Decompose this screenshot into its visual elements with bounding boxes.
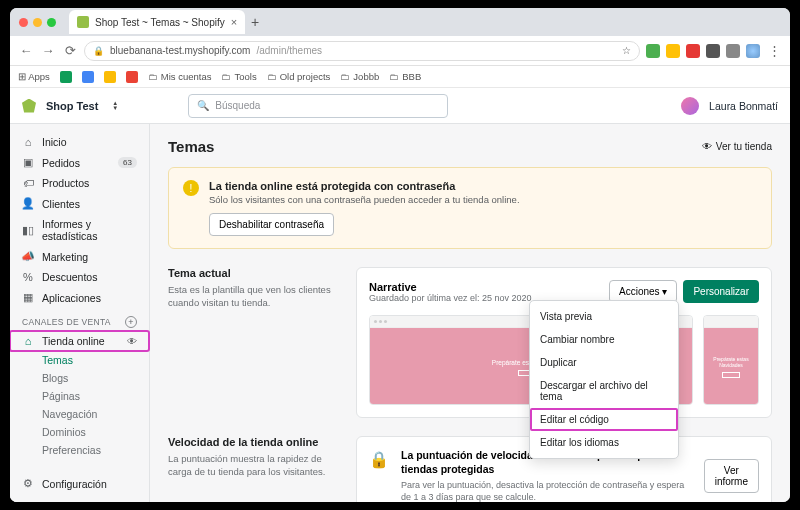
profile-avatar-icon[interactable] [746, 44, 760, 58]
extension-icon[interactable] [686, 44, 700, 58]
user-name[interactable]: Laura Bonmatí [709, 100, 778, 112]
window-controls[interactable] [10, 12, 65, 33]
extension-icon[interactable] [666, 44, 680, 58]
minimize-window-icon[interactable] [33, 18, 42, 27]
mobile-preview: Prepárate estas Navidades [703, 315, 759, 405]
dropdown-edit-code[interactable]: Editar el código [530, 408, 678, 431]
extensions: ⋮ [646, 43, 782, 58]
speed-heading: Velocidad de la tienda online [168, 436, 338, 448]
tab-title: Shop Test ~ Temas ~ Shopify [95, 17, 225, 28]
person-icon: 👤 [22, 197, 34, 210]
bookmark-icon[interactable] [60, 71, 72, 83]
subnav-pages[interactable]: Páginas [42, 387, 149, 405]
sidebar-channels-header: CANALES DE VENTA + [10, 308, 149, 331]
search-placeholder: Búsqueda [215, 100, 260, 111]
bookmark-folder[interactable]: 🗀Jobbb [340, 71, 379, 82]
dropdown-download-theme[interactable]: Descargar el archivo del tema [530, 374, 678, 408]
shopify-admin: Shop Test ▲▼ 🔍 Búsqueda Laura Bonmatí ⌂I… [10, 88, 790, 502]
discount-icon: % [22, 271, 34, 283]
speed-desc: La puntuación muestra la rapidez de carg… [168, 452, 338, 479]
theme-card: Narrative Guardado por última vez el: 25… [356, 267, 772, 418]
apps-icon: ▦ [22, 291, 34, 304]
theme-saved: Guardado por última vez el: 25 nov 2020 [369, 293, 532, 303]
avatar[interactable] [681, 97, 699, 115]
maximize-window-icon[interactable] [47, 18, 56, 27]
lock-icon: 🔒 [93, 46, 104, 56]
home-icon: ⌂ [22, 136, 34, 148]
sidebar-item-analytics[interactable]: ▮▯Informes y estadísticas [10, 214, 149, 246]
back-icon[interactable]: ← [18, 43, 34, 58]
orders-icon: ▣ [22, 156, 34, 169]
sidebar-item-products[interactable]: 🏷Productos [10, 173, 149, 193]
sidebar-item-home[interactable]: ⌂Inicio [10, 132, 149, 152]
add-channel-button[interactable]: + [125, 316, 137, 328]
theme-name: Narrative [369, 281, 532, 293]
disable-password-button[interactable]: Deshabilitar contraseña [209, 213, 334, 236]
actions-dropdown: Vista previa Cambiar nombre Duplicar Des… [529, 300, 679, 459]
address-bar[interactable]: 🔒 bluebanana-test.myshopify.com/admin/th… [84, 41, 640, 61]
new-tab-button[interactable]: + [245, 14, 265, 30]
current-theme-desc: Esta es la plantilla que ven los cliente… [168, 283, 338, 310]
dropdown-rename[interactable]: Cambiar nombre [530, 328, 678, 351]
star-icon[interactable]: ☆ [622, 45, 631, 56]
eye-icon[interactable]: 👁 [127, 336, 137, 347]
extension-icon[interactable] [726, 44, 740, 58]
lock-icon: 🔒 [369, 449, 389, 469]
bookmark-icon[interactable] [82, 71, 94, 83]
sidebar-item-online-store[interactable]: ⌂ Tienda online 👁 [10, 331, 149, 351]
bookmark-icon[interactable] [104, 71, 116, 83]
browser-window: Shop Test ~ Temas ~ Shopify × + ← → ⟳ 🔒 … [10, 8, 790, 502]
tab-close-icon[interactable]: × [231, 16, 237, 28]
orders-badge: 63 [118, 157, 137, 168]
analytics-icon: ▮▯ [22, 224, 34, 237]
store-switcher-icon[interactable]: ▲▼ [112, 101, 118, 111]
banner-title: La tienda online está protegida con cont… [209, 180, 520, 192]
shopify-favicon-icon [77, 16, 89, 28]
dropdown-duplicate[interactable]: Duplicar [530, 351, 678, 374]
browser-tabstrip: Shop Test ~ Temas ~ Shopify × + [10, 8, 790, 36]
extension-icon[interactable] [646, 44, 660, 58]
sidebar-item-marketing[interactable]: 📣Marketing [10, 246, 149, 267]
warning-icon: ! [183, 180, 199, 196]
bookmark-folder[interactable]: 🗀Old projects [267, 71, 331, 82]
sidebar-item-customers[interactable]: 👤Clientes [10, 193, 149, 214]
view-report-button[interactable]: Ver informe [704, 459, 759, 493]
bookmark-folder[interactable]: 🗀BBB [389, 71, 421, 82]
apps-button[interactable]: ⊞ Apps [18, 71, 50, 82]
customize-button[interactable]: Personalizar [683, 280, 759, 303]
shopify-logo-icon [22, 99, 36, 113]
browser-tab[interactable]: Shop Test ~ Temas ~ Shopify × [69, 10, 245, 34]
search-icon: 🔍 [197, 100, 209, 111]
megaphone-icon: 📣 [22, 250, 34, 263]
subnav-preferences[interactable]: Preferencias [42, 441, 149, 459]
bookmark-folder[interactable]: 🗀Mis cuentas [148, 71, 212, 82]
reload-icon[interactable]: ⟳ [62, 43, 78, 58]
subnav-domains[interactable]: Dominios [42, 423, 149, 441]
dropdown-preview[interactable]: Vista previa [530, 305, 678, 328]
shop-name[interactable]: Shop Test [46, 100, 98, 112]
sidebar-item-settings[interactable]: ⚙Configuración [10, 473, 149, 494]
store-icon: ⌂ [22, 335, 34, 347]
subnav-navigation[interactable]: Navegación [42, 405, 149, 423]
online-store-subnav: Temas Blogs Páginas Navegación Dominios … [10, 351, 149, 459]
close-window-icon[interactable] [19, 18, 28, 27]
subnav-blogs[interactable]: Blogs [42, 369, 149, 387]
sidebar-item-orders[interactable]: ▣Pedidos63 [10, 152, 149, 173]
sidebar-item-discounts[interactable]: %Descuentos [10, 267, 149, 287]
banner-body: Sólo los visitantes con una contraseña p… [209, 194, 520, 205]
sidebar-item-apps[interactable]: ▦Aplicaciones [10, 287, 149, 308]
current-theme-heading: Tema actual [168, 267, 338, 279]
subnav-themes[interactable]: Temas [42, 351, 149, 369]
bookmark-icon[interactable] [126, 71, 138, 83]
bookmark-folder[interactable]: 🗀Tools [221, 71, 256, 82]
search-input[interactable]: 🔍 Búsqueda [188, 94, 448, 118]
forward-icon[interactable]: → [40, 43, 56, 58]
view-store-link[interactable]: 👁Ver tu tienda [702, 141, 772, 152]
kebab-menu-icon[interactable]: ⋮ [766, 43, 782, 58]
eye-icon: 👁 [702, 141, 712, 152]
url-host: bluebanana-test.myshopify.com [110, 45, 250, 56]
dropdown-edit-languages[interactable]: Editar los idiomas [530, 431, 678, 454]
extension-icon[interactable] [706, 44, 720, 58]
speed-card-body: Para ver la puntuación, desactiva la pro… [401, 479, 692, 502]
url-path: /admin/themes [256, 45, 322, 56]
